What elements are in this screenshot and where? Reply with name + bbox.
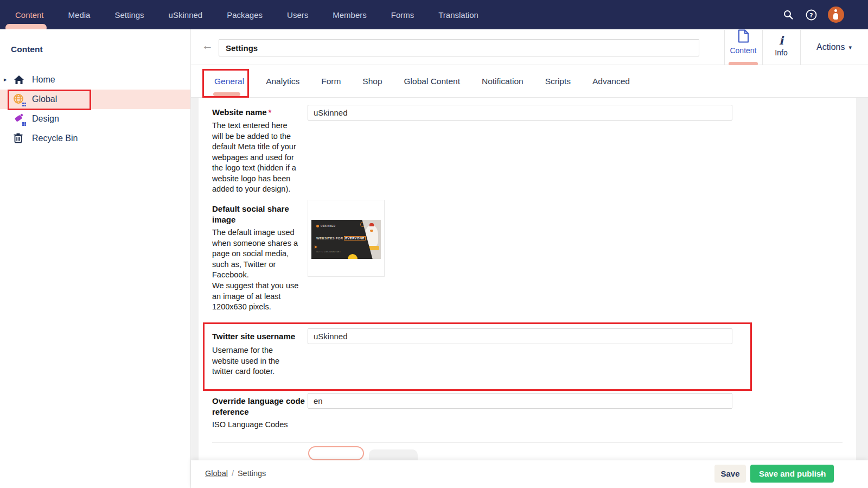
top-nav-items: Content Media Settings uSkinned Packages… — [0, 0, 868, 29]
app-tab-content[interactable]: Content — [724, 29, 762, 65]
nav-item-users[interactable]: Users — [287, 10, 308, 20]
nav-item-packages[interactable]: Packages — [227, 10, 263, 20]
active-tab-indicator — [213, 92, 240, 96]
language-code-input[interactable] — [308, 393, 732, 409]
property-label-social-share-image: Default social share image — [212, 204, 307, 225]
publish-options-caret-icon[interactable]: ▴ — [820, 470, 824, 477]
tab-global-content[interactable]: Global Content — [404, 77, 460, 86]
property-description: The default image used when someone shar… — [212, 227, 300, 281]
tree-item-recycle-bin[interactable]: Recycle Bin — [0, 129, 190, 148]
tree-item-label: Global — [32, 94, 57, 104]
app-tab-info[interactable]: i Info — [762, 29, 800, 65]
social-share-image-thumbnail[interactable]: USKINNED WEBSITES FOR EVERYONE GO TO USK… — [308, 200, 385, 277]
tab-scripts[interactable]: Scripts — [545, 77, 571, 86]
breadcrumb: Global/Settings — [205, 469, 266, 478]
required-asterisk: * — [269, 107, 272, 117]
breadcrumb-separator: / — [232, 469, 234, 478]
expand-caret-icon[interactable]: ▸ — [4, 76, 7, 83]
share-banner-image: USKINNED WEBSITES FOR EVERYONE GO TO USK… — [311, 220, 381, 259]
property-description: Username for the website used in the twi… — [212, 345, 300, 377]
app-tab-label: Content — [724, 46, 762, 55]
property-description: We suggest that you use an image of at l… — [212, 281, 300, 313]
twitter-username-input[interactable] — [308, 328, 732, 344]
actions-dropdown-button[interactable]: Actions ▾ — [800, 29, 868, 65]
top-nav-right: ? — [782, 0, 844, 29]
tab-analytics[interactable]: Analytics — [266, 77, 299, 86]
tab-shop[interactable]: Shop — [362, 77, 382, 86]
tree-item-label: Recycle Bin — [32, 134, 78, 143]
sidebar-section-title: Content — [11, 45, 43, 54]
content-tree: ▸ Home Global Design — [0, 70, 190, 148]
paint-icon — [13, 113, 25, 125]
editor-footer: Global/Settings Save Save and publish ▴ — [191, 460, 868, 488]
uskinned-logo: USKINNED — [316, 225, 336, 227]
banner-subtext: GO TO USKINNED.NET — [316, 251, 341, 253]
nav-item-forms[interactable]: Forms — [391, 10, 414, 20]
globe-icon — [13, 93, 25, 105]
nav-item-media[interactable]: Media — [68, 10, 91, 20]
tree-item-global[interactable]: Global — [0, 90, 190, 109]
chevron-down-icon: ▾ — [848, 44, 852, 51]
help-icon[interactable]: ? — [805, 9, 817, 21]
banner-headline: WEBSITES FOR EVERYONE — [316, 237, 366, 240]
content-tree-sidebar: Content ▸ Home Global — [0, 29, 191, 488]
property-label-twitter-username: Twitter site username — [212, 331, 307, 342]
partial-toggle-button-active[interactable] — [308, 446, 364, 460]
umbraco-backoffice: Content Media Settings uSkinned Packages… — [0, 0, 868, 488]
page-title-input[interactable] — [219, 39, 699, 56]
tree-item-label: Home — [32, 75, 55, 85]
back-arrow-icon[interactable]: ← — [202, 39, 213, 52]
tree-item-design[interactable]: Design — [0, 109, 190, 129]
app-tab-label: Info — [762, 48, 800, 57]
nav-item-translation[interactable]: Translation — [438, 10, 478, 20]
settings-dots-icon — [22, 122, 26, 126]
active-section-indicator — [5, 24, 47, 29]
svg-text:?: ? — [809, 11, 813, 18]
breadcrumb-current: Settings — [238, 469, 266, 478]
save-button[interactable]: Save — [714, 465, 746, 483]
trash-icon — [13, 132, 25, 144]
nav-item-members[interactable]: Members — [333, 10, 367, 20]
tab-general[interactable]: General — [214, 77, 244, 86]
actions-label: Actions — [816, 42, 845, 52]
tab-notification[interactable]: Notification — [482, 77, 524, 86]
info-icon: i — [762, 34, 800, 47]
partial-toggle-button[interactable] — [369, 449, 418, 460]
settings-dots-icon — [22, 103, 26, 106]
content-tab-bar: General Analytics Form Shop Global Conte… — [191, 65, 868, 98]
property-label-language-code: Override language code reference — [212, 396, 307, 417]
divider — [212, 442, 843, 443]
tab-advanced[interactable]: Advanced — [592, 77, 630, 86]
editor-header: ← Content i Info Actions ▾ — [191, 29, 868, 65]
document-icon — [738, 35, 749, 45]
top-navbar: Content Media Settings uSkinned Packages… — [0, 0, 868, 29]
breadcrumb-link-global[interactable]: Global — [205, 469, 228, 478]
tree-item-label: Design — [32, 114, 59, 124]
iso-language-codes-link[interactable]: ISO Language Codes — [212, 420, 300, 430]
nav-item-uskinned[interactable]: uSkinned — [169, 10, 203, 20]
website-name-input[interactable] — [308, 105, 732, 121]
tree-item-home[interactable]: ▸ Home — [0, 70, 190, 90]
search-icon[interactable] — [782, 9, 794, 21]
property-label-website-name: Website name* — [212, 107, 307, 118]
user-avatar[interactable] — [828, 7, 844, 23]
logo-dot-icon — [316, 225, 319, 227]
arrow-icon — [315, 245, 317, 249]
property-description: The text entered here will be be added t… — [212, 121, 300, 195]
home-icon — [13, 74, 25, 86]
tab-form[interactable]: Form — [321, 77, 341, 86]
nav-item-content[interactable]: Content — [15, 10, 44, 20]
nav-item-settings[interactable]: Settings — [114, 10, 144, 20]
ring-icon — [360, 222, 365, 227]
yellow-circle — [348, 254, 358, 259]
